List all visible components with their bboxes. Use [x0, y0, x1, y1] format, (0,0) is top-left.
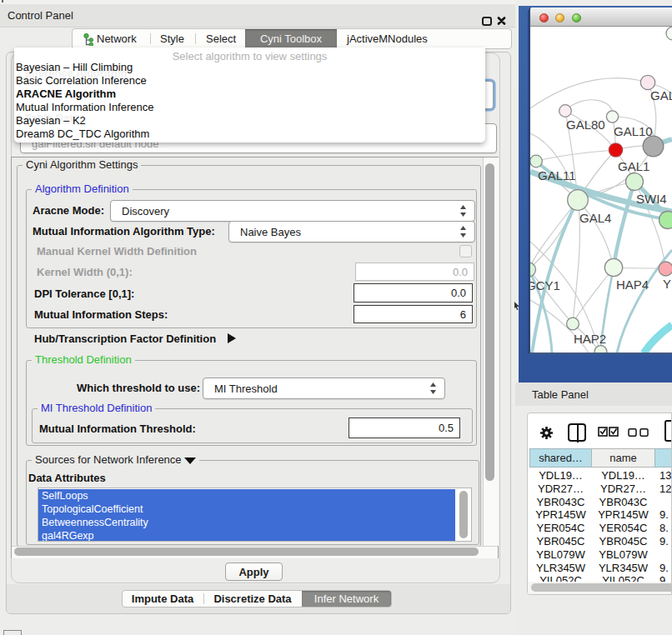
svg-text:GAL80: GAL80 — [566, 118, 605, 132]
svg-text:HAP2: HAP2 — [574, 332, 606, 346]
svg-text:SWI4: SWI4 — [636, 192, 667, 206]
svg-text:HAP4: HAP4 — [616, 278, 649, 292]
svg-text:GAL11: GAL11 — [538, 168, 576, 182]
svg-text:GAL4: GAL4 — [579, 211, 611, 225]
svg-text:GAL2: GAL2 — [650, 88, 672, 102]
svg-text:GAL10: GAL10 — [614, 124, 653, 138]
svg-text:GAL1: GAL1 — [618, 159, 649, 173]
svg-text:GCY1: GCY1 — [530, 278, 560, 292]
svg-text:Y: Y — [663, 277, 671, 291]
